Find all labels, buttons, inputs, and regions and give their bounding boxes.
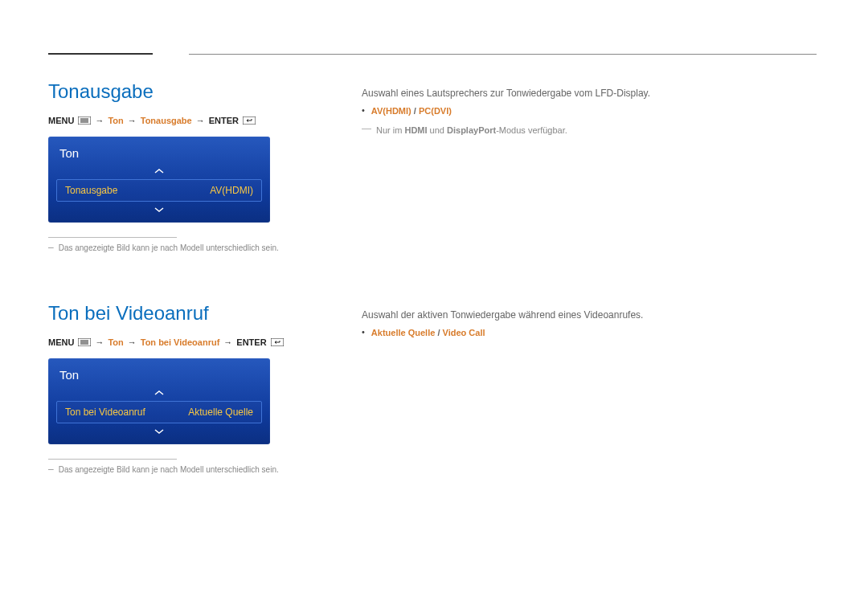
footnote: Das angezeigte Bild kann je nach Modell … [48, 464, 281, 476]
crumb-enter: ENTER [236, 337, 266, 347]
crumb-ton-bei-videoanruf: Ton bei Videoanruf [141, 337, 220, 347]
breadcrumb: MENU → Ton → Tonausgabe → ENTER [48, 116, 313, 125]
arrow-icon: → [196, 116, 205, 125]
enter-icon [271, 338, 284, 346]
chevron-up-icon[interactable] [48, 388, 270, 398]
option-separator: / [435, 328, 442, 337]
option-avhdmi: AV(HDMI) [371, 106, 411, 116]
footnote-text: Das angezeigte Bild kann je nach Modell … [59, 243, 279, 254]
right-column: Auswahl der aktiven Tonwiedergabe währen… [362, 302, 825, 343]
section-description: Auswahl eines Lautsprechers zur Tonwiede… [362, 85, 825, 101]
option-list: Aktuelle Quelle / Video Call [362, 325, 825, 341]
crumb-menu: MENU [48, 337, 74, 347]
osd-selected-row[interactable]: Tonausgabe AV(HDMI) [56, 179, 262, 202]
page: Tonausgabe MENU → Ton → Tonausgabe → ENT… [0, 0, 868, 613]
enter-icon [243, 116, 256, 125]
section-ton-bei-videoanruf: Ton bei Videoanruf MENU → Ton → Ton bei … [48, 302, 825, 476]
option-separator: / [411, 106, 419, 116]
osd-row-label: Ton bei Videoanruf [65, 407, 145, 418]
chevron-up-icon[interactable] [48, 166, 270, 176]
header-rule-short [48, 53, 153, 55]
option-list: AV(HDMI) / PC(DVI) [362, 103, 825, 119]
hint-text: Nur im HDMI und DisplayPort-Modus verfüg… [376, 123, 567, 138]
option-aktuelle-quelle: Aktuelle Quelle [371, 328, 435, 337]
crumb-ton: Ton [108, 116, 123, 125]
header-rule-long [189, 54, 817, 55]
arrow-icon: → [95, 116, 104, 125]
osd-row-value: AV(HDMI) [210, 185, 253, 196]
section-title: Ton bei Videoanruf [48, 302, 313, 325]
footnote-rule [48, 237, 177, 238]
hint-displayport: DisplayPort [447, 125, 496, 135]
crumb-menu: MENU [48, 116, 74, 125]
section-title: Tonausgabe [48, 80, 313, 103]
section-description: Auswahl der aktiven Tonwiedergabe währen… [362, 307, 825, 323]
option-video-call: Video Call [443, 328, 485, 337]
breadcrumb: MENU → Ton → Ton bei Videoanruf → ENTER [48, 337, 313, 347]
osd-selected-row[interactable]: Ton bei Videoanruf Aktuelle Quelle [56, 401, 262, 423]
osd-title: Ton [48, 145, 270, 166]
chevron-down-icon[interactable] [48, 427, 270, 436]
osd-row-value: Aktuelle Quelle [188, 407, 253, 418]
menu-icon [78, 338, 91, 346]
osd-panel: Ton Tonausgabe AV(HDMI) [48, 137, 270, 223]
hint-post: -Modus verfügbar. [496, 125, 567, 135]
arrow-icon: → [128, 116, 137, 125]
section-tonausgabe: Tonausgabe MENU → Ton → Tonausgabe → ENT… [48, 80, 825, 254]
hint-hdmi: HDMI [404, 125, 427, 135]
arrow-icon: → [95, 337, 104, 347]
footnote-text: Das angezeigte Bild kann je nach Modell … [59, 464, 279, 476]
menu-icon [78, 116, 91, 125]
chevron-down-icon[interactable] [48, 205, 270, 215]
crumb-ton: Ton [108, 337, 123, 347]
osd-panel: Ton Ton bei Videoanruf Aktuelle Quelle [48, 358, 270, 444]
option-pcdvi: PC(DVI) [419, 106, 452, 116]
footnote: Das angezeigte Bild kann je nach Modell … [48, 243, 281, 254]
option-group: Aktuelle Quelle / Video Call [371, 325, 485, 341]
hint-pre: Nur im [376, 125, 404, 135]
hint-mid: und [428, 125, 447, 135]
osd-row-label: Tonausgabe [65, 185, 117, 196]
arrow-icon: → [223, 337, 232, 347]
left-column: Ton bei Videoanruf MENU → Ton → Ton bei … [48, 302, 313, 476]
arrow-icon: → [128, 337, 137, 347]
option-group: AV(HDMI) / PC(DVI) [371, 103, 452, 119]
left-column: Tonausgabe MENU → Ton → Tonausgabe → ENT… [48, 80, 313, 254]
footnote-rule [48, 459, 177, 460]
availability-hint: Nur im HDMI und DisplayPort-Modus verfüg… [362, 123, 825, 138]
crumb-enter: ENTER [209, 116, 239, 125]
right-column: Auswahl eines Lautsprechers zur Tonwiede… [362, 80, 825, 137]
osd-title: Ton [48, 366, 270, 388]
crumb-tonausgabe: Tonausgabe [141, 116, 192, 125]
